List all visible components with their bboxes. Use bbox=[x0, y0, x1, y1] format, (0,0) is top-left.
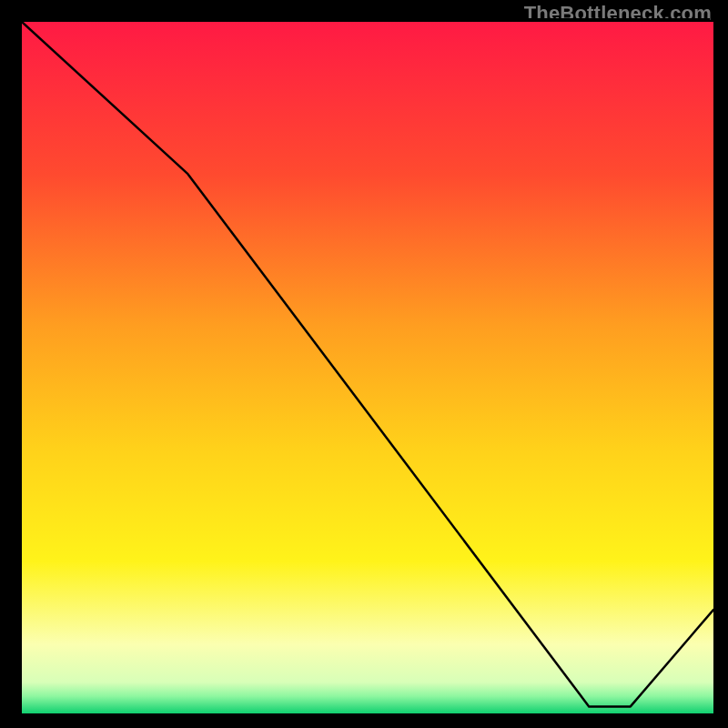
chart-background bbox=[22, 22, 713, 713]
chart-container: TheBottleneck.com bbox=[0, 0, 728, 728]
chart-svg bbox=[22, 22, 713, 713]
plot-area bbox=[18, 18, 710, 710]
